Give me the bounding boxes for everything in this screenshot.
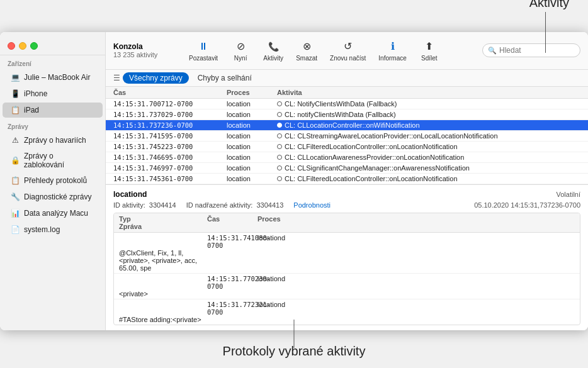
table-row[interactable]: 14:15:31.745223-0700 location CL: CLFilt… xyxy=(106,142,588,152)
activity-label: Aktivity xyxy=(263,55,283,62)
sidebar-item-analyza[interactable]: 📊 Data analýzy Macu xyxy=(3,206,103,221)
sidebar-item-macbook[interactable]: 💻 Julie – MacBook Air xyxy=(3,70,103,85)
detail-id: ID aktivity: 3304414 xyxy=(113,201,176,209)
sidebar-diagnostika-label: Diagnostické zprávy xyxy=(24,192,91,201)
detail-volatile-label: Volatilní xyxy=(556,191,580,198)
main-content: Konzola 13 235 aktivity ⏸ Pozastavit ⊘ N… xyxy=(106,32,588,330)
log-table-header: Čas Proces Aktivita xyxy=(106,87,588,99)
table-row[interactable]: 14:15:31.746695-0700 location CL: CLLoca… xyxy=(106,152,588,163)
sub-log-row[interactable]: 14:15:31.770239-0700 locationd <private> xyxy=(114,274,580,299)
log-table: Čas Proces Aktivita 14:15:31.700712-0700… xyxy=(106,87,588,184)
sub-log-header: Typ Čas Proces Zpráva xyxy=(114,213,580,233)
activity-dot-icon xyxy=(277,112,282,117)
sidebar-iphone-label: iPhone xyxy=(24,89,47,98)
sub-row-message: <private> xyxy=(119,290,207,298)
filter-errors-button[interactable]: Chyby a selhání xyxy=(191,72,258,84)
row-time: 14:15:31.746997-0700 xyxy=(113,164,227,172)
now-button[interactable]: ⊘ Nyní xyxy=(225,37,256,64)
app-title: Konzola xyxy=(113,42,176,51)
sidebar: Zařízení 💻 Julie – MacBook Air 📱 iPhone … xyxy=(0,32,106,330)
search-box[interactable]: 🔍 xyxy=(482,43,580,57)
sub-row-time: 14:15:31.772321-0700 xyxy=(207,301,257,316)
detail-process-name: locationd xyxy=(113,190,147,199)
pause-button[interactable]: ⏸ Pozastavit xyxy=(184,37,223,64)
info-label: Informace xyxy=(378,55,406,62)
table-row[interactable]: 14:15:31.746997-0700 location CL: CLSign… xyxy=(106,163,588,174)
header-activity: Aktivita xyxy=(277,89,580,96)
activity-dot-icon xyxy=(277,165,282,170)
activity-button[interactable]: 📞 Aktivity xyxy=(258,37,288,64)
sub-log-table: Typ Čas Proces Zpráva 14:15:31.741080-07… xyxy=(113,213,580,325)
table-row[interactable]: 14:15:31.737236-0700 location CL: CLLoca… xyxy=(106,120,588,131)
row-time: 14:15:31.746695-0700 xyxy=(113,153,227,161)
sidebar-item-protokoly[interactable]: 📋 Přehledy protokolů xyxy=(3,173,103,188)
sub-row-process: locationd xyxy=(257,301,575,316)
sub-log-row[interactable]: 14:15:31.741080-0700 locationd @ClxClien… xyxy=(114,233,580,274)
row-process: location xyxy=(227,175,277,182)
sub-row-message: @ClxClient, Fix, 1, ll, <private>, <priv… xyxy=(119,249,207,272)
macbook-icon: 💻 xyxy=(10,72,20,82)
table-row[interactable]: 14:15:31.700712-0700 location CL: Notify… xyxy=(106,99,588,109)
info-button[interactable]: ℹ Informace xyxy=(373,37,411,64)
clear-button[interactable]: ⊗ Smazat xyxy=(291,37,322,64)
sub-row-message: #TAStore adding:<private> xyxy=(119,316,207,323)
clear-label: Smazat xyxy=(296,55,317,62)
search-input[interactable] xyxy=(499,46,575,55)
row-activity: CL: CLFilteredLocationController::onLoca… xyxy=(277,175,580,182)
sidebar-analyza-label: Data analýzy Macu xyxy=(24,209,88,218)
detail-link[interactable]: Podrobnosti xyxy=(293,201,331,209)
annotation-aktivity-line xyxy=(545,12,546,53)
row-activity: CL: NotifyClientsWithData (Fallback) xyxy=(277,100,580,108)
filter-all-button[interactable]: Všechny zprávy xyxy=(123,72,189,84)
minimize-button[interactable] xyxy=(19,42,26,50)
sidebar-item-iphone[interactable]: 📱 iPhone xyxy=(3,86,103,101)
table-row[interactable]: 14:15:31.737029-0700 location CL: notify… xyxy=(106,109,588,120)
sidebar-item-syslog[interactable]: 📄 system.log xyxy=(3,222,103,237)
warning-icon: ⚠ xyxy=(10,135,20,145)
detail-header: locationd Volatilní xyxy=(113,190,580,199)
close-button[interactable] xyxy=(8,42,15,50)
detail-meta: ID aktivity: 3304414 ID nadřazené aktivi… xyxy=(113,201,331,209)
sub-log-row[interactable]: 14:15:31.772321-0700 locationd #TAStore … xyxy=(114,299,580,325)
wrench-icon: 🔧 xyxy=(10,192,20,202)
share-button[interactable]: ⬆ Sdílet xyxy=(414,37,444,64)
sidebar-item-blokovani[interactable]: 🔒 Zprávy o zablokování xyxy=(3,149,103,172)
table-row[interactable]: 14:15:31.745361-0700 location CL: CLFilt… xyxy=(106,174,588,184)
now-icon: ⊘ xyxy=(234,40,247,53)
sidebar-blokovani-label: Zprávy o zablokování xyxy=(24,152,95,169)
filter-icon: ☰ xyxy=(113,74,120,82)
ipad-icon: 📋 xyxy=(10,105,20,115)
share-label: Sdílet xyxy=(421,55,438,62)
activity-icon: 📞 xyxy=(266,40,280,53)
list-icon: 📋 xyxy=(10,176,20,186)
chart-icon: 📊 xyxy=(10,208,20,218)
activity-dot-icon xyxy=(277,101,282,106)
sidebar-protokoly-label: Přehledy protokolů xyxy=(24,176,87,185)
sidebar-item-havarije[interactable]: ⚠ Zprávy o havariích xyxy=(3,133,103,148)
reload-button[interactable]: ↺ Znovu načíst xyxy=(325,37,371,64)
row-time: 14:15:31.737029-0700 xyxy=(113,111,227,118)
row-activity: CL: CLLocationController::onWifiNotifica… xyxy=(277,121,580,129)
reload-icon: ↺ xyxy=(341,40,355,53)
messages-section-label: Zprávy xyxy=(0,118,105,132)
activity-dot-icon xyxy=(277,133,282,138)
table-row[interactable]: 14:15:31.741595-0700 location CL: CLStre… xyxy=(106,131,588,142)
reload-label: Znovu načíst xyxy=(330,55,366,62)
maximize-button[interactable] xyxy=(30,42,38,50)
row-activity: CL: CLLocationAwarenessProvider::onLocat… xyxy=(277,153,580,161)
sidebar-item-diagnostika[interactable]: 🔧 Diagnostické zprávy xyxy=(3,189,103,204)
row-process: location xyxy=(227,132,277,140)
sidebar-item-ipad[interactable]: 📋 iPad xyxy=(3,103,103,118)
toolbar-title: Konzola 13 235 aktivity xyxy=(113,42,176,59)
detail-date: 05.10.2020 14:15:31,737236-0700 xyxy=(474,201,580,209)
header-process: Proces xyxy=(227,89,277,96)
row-activity: CL: notifyClientsWithData (Fallback) xyxy=(277,111,580,118)
pause-label: Pozastavit xyxy=(189,55,218,62)
window-controls xyxy=(0,37,105,55)
sub-header-time: Čas xyxy=(207,215,257,223)
annotation-protokoly-line xyxy=(294,320,295,348)
row-process: location xyxy=(227,153,277,161)
sub-header-message: Zpráva xyxy=(119,223,207,230)
annotation-aktivity-label: Aktivity xyxy=(529,0,569,10)
activity-count: 13 235 aktivity xyxy=(113,51,176,59)
